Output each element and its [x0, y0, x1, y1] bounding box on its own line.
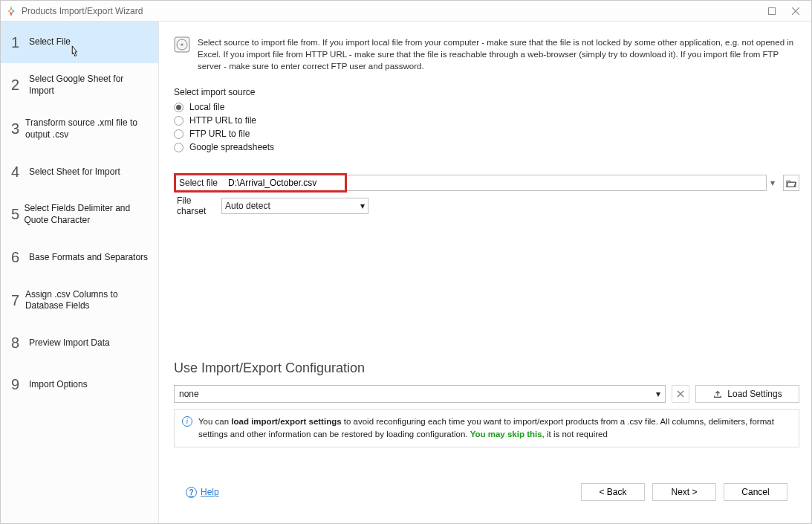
select-file-label: Select file	[176, 178, 224, 188]
step-label: Select File	[29, 36, 71, 48]
chevron-down-icon[interactable]: ▾	[767, 178, 779, 188]
config-info-text: You can load import/export settings to a…	[198, 415, 791, 441]
step-number: 1	[11, 34, 29, 51]
radio-icon	[174, 103, 183, 112]
chevron-down-icon: ▾	[360, 201, 365, 211]
charset-select[interactable]: Auto detect ▾	[221, 198, 368, 214]
step-number: 3	[11, 120, 25, 138]
radio-http-url[interactable]: HTTP URL to file	[174, 115, 799, 126]
config-row: none ▾ Load Settings	[174, 385, 799, 403]
window-buttons	[761, 3, 807, 19]
clear-config-button[interactable]	[672, 385, 689, 403]
step-label: Select Fields Delimiter and Quote Charac…	[24, 203, 151, 226]
browse-button[interactable]	[783, 175, 799, 191]
step-select-sheet[interactable]: 4 Select Sheet for Import	[1, 151, 158, 193]
step-select-file[interactable]: 1 Select File	[1, 22, 158, 63]
maximize-button[interactable]	[761, 3, 783, 19]
highlight-box: Select file	[174, 173, 347, 193]
svg-rect-0	[769, 7, 776, 14]
titlebar: Products Import/Export Wizard	[1, 1, 811, 22]
step-label: Transform source .xml file to output .cs…	[25, 117, 151, 140]
file-path-row: Select file ▾	[174, 173, 799, 193]
radio-icon	[174, 143, 183, 152]
wizard-sidebar: 1 Select File 2 Select Google Sheet for …	[1, 22, 159, 523]
config-select[interactable]: none ▾	[174, 385, 666, 403]
help-icon: ?	[186, 487, 197, 498]
step-number: 8	[11, 334, 29, 352]
svg-point-5	[181, 43, 183, 45]
step-label: Base Formats and Separators	[29, 252, 148, 264]
step-preview[interactable]: 8 Preview Import Data	[1, 323, 158, 364]
step-number: 7	[11, 292, 25, 309]
close-icon	[677, 390, 684, 398]
step-label: Import Options	[29, 379, 88, 391]
footer: ? Help < Back Next > Cancel	[174, 477, 799, 516]
info-text: Select source to import file from. If yo…	[198, 36, 799, 72]
step-number: 9	[11, 376, 29, 393]
window-title: Products Import/Export Wizard	[22, 6, 143, 16]
radio-label: HTTP URL to file	[189, 115, 256, 126]
upload-icon	[712, 389, 723, 398]
wizard-window: Products Import/Export Wizard 1 Select F…	[0, 0, 812, 524]
config-title: Use Import/Export Configuration	[174, 360, 799, 376]
charset-row: File charset Auto detect ▾	[174, 195, 799, 216]
step-transform-xml[interactable]: 3 Transform source .xml file to output .…	[1, 107, 158, 151]
charset-value: Auto detect	[225, 201, 270, 211]
radio-label: Google spreadsheets	[189, 142, 274, 152]
step-label: Assign .csv Columns to Database Fields	[25, 289, 151, 312]
chevron-down-icon: ▾	[656, 389, 660, 399]
radio-google-spreadsheets[interactable]: Google spreadsheets	[174, 142, 799, 152]
close-button[interactable]	[785, 3, 807, 19]
step-label: Select Sheet for Import	[29, 166, 120, 178]
radio-ftp-url[interactable]: FTP URL to file	[174, 129, 799, 139]
file-path-input[interactable]	[224, 175, 345, 190]
import-source-radios: Local file HTTP URL to file FTP URL to f…	[174, 102, 799, 152]
step-label: Select Google Sheet for Import	[29, 74, 151, 97]
info-icon: i	[182, 416, 192, 427]
config-section: Use Import/Export Configuration none ▾ L…	[174, 360, 799, 448]
config-select-value: none	[179, 389, 199, 399]
step-import-options[interactable]: 9 Import Options	[1, 364, 158, 406]
step-number: 4	[11, 164, 29, 181]
app-logo-icon	[5, 5, 17, 17]
cancel-button[interactable]: Cancel	[724, 483, 787, 501]
back-button[interactable]: < Back	[581, 483, 645, 501]
load-settings-button[interactable]: Load Settings	[695, 385, 799, 403]
info-row: Select source to import file from. If yo…	[174, 36, 799, 72]
step-assign-columns[interactable]: 7 Assign .csv Columns to Database Fields	[1, 279, 158, 323]
radio-label: FTP URL to file	[189, 129, 250, 139]
step-number: 6	[11, 249, 29, 266]
step-number: 2	[11, 77, 29, 94]
main-panel: Select source to import file from. If yo…	[159, 22, 811, 523]
radio-label: Local file	[189, 102, 224, 112]
step-delimiter[interactable]: 5 Select Fields Delimiter and Quote Char…	[1, 193, 158, 236]
help-label: Help	[201, 487, 219, 497]
config-info-box: i You can load import/export settings to…	[174, 409, 799, 448]
radio-icon	[174, 129, 183, 139]
step-label: Preview Import Data	[29, 337, 110, 349]
charset-label: File charset	[174, 195, 221, 216]
file-path-input-ext[interactable]	[347, 175, 767, 191]
next-button[interactable]: Next >	[652, 483, 716, 501]
load-settings-label: Load Settings	[727, 389, 782, 399]
step-number: 5	[11, 206, 24, 223]
folder-open-icon	[786, 178, 796, 187]
disk-icon	[174, 36, 190, 53]
step-google-sheet[interactable]: 2 Select Google Sheet for Import	[1, 63, 158, 107]
step-base-formats[interactable]: 6 Base Formats and Separators	[1, 237, 158, 279]
radio-local-file[interactable]: Local file	[174, 102, 799, 112]
import-source-label: Select import source	[174, 87, 799, 97]
radio-icon	[174, 116, 183, 126]
help-link[interactable]: ? Help	[186, 487, 219, 498]
